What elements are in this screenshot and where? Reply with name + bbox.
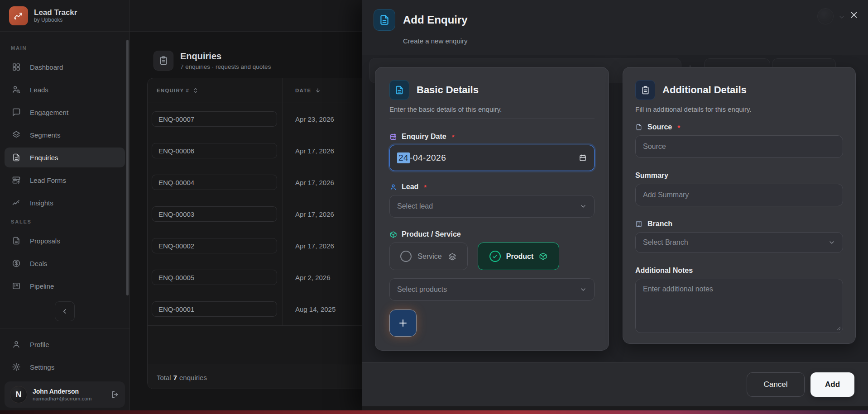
user-card[interactable]: N John Anderson narmadha+@scrrum.com: [5, 381, 125, 408]
branch-select[interactable]: Select Branch: [635, 232, 843, 253]
sidebar-nav: MAIN Dashboard Leads Engagement Segments…: [0, 32, 129, 321]
logout-icon[interactable]: [110, 390, 120, 399]
branch-select-placeholder: Select Branch: [643, 238, 688, 247]
sidebar-item-engagement[interactable]: Engagement: [5, 102, 125, 122]
sidebar-item-label: Lead Forms: [30, 176, 66, 184]
date-rest: -04-2026: [410, 153, 446, 163]
clipboard-icon: [153, 51, 173, 71]
product-toggle-button[interactable]: Product: [478, 243, 559, 270]
enquiry-date-cell: Apr 17, 2026: [283, 210, 334, 218]
sidebar-item-pipeline[interactable]: Pipeline: [5, 276, 125, 296]
additional-notes-textarea[interactable]: [635, 279, 843, 333]
enquiry-date-input[interactable]: 24-04-2026: [389, 145, 595, 171]
resize-handle-icon[interactable]: [835, 325, 841, 331]
products-select-placeholder: Select products: [397, 286, 447, 294]
document-icon: [374, 9, 395, 31]
app-byline: by Upbooks: [34, 17, 77, 23]
enquiry-date-cell: Apr 2, 2026: [283, 274, 331, 281]
modal-header: Add Enquiry Create a new enquiry: [362, 0, 868, 55]
sidebar-item-label: Pipeline: [30, 282, 54, 290]
radio-unselected-icon: [400, 251, 412, 262]
card-title: Additional Details: [662, 84, 747, 96]
column-header-enquiry[interactable]: ENQUIRY #: [148, 87, 283, 94]
lead-trackr-logo-icon: [9, 6, 28, 25]
sidebar-item-deals[interactable]: Deals: [5, 253, 125, 273]
summary-label: Summary: [635, 171, 843, 180]
check-circle-icon: [489, 251, 501, 262]
sidebar-item-leads[interactable]: Leads: [5, 80, 125, 100]
enquiry-id-pill[interactable]: ENQ-00003: [152, 206, 277, 222]
sidebar-item-insights[interactable]: Insights: [5, 193, 125, 213]
basic-details-card: Basic Details Enter the basic details of…: [375, 67, 609, 351]
enquiry-id-pill[interactable]: ENQ-00005: [152, 270, 277, 285]
modal-title: Add Enquiry: [403, 14, 468, 26]
app-logo[interactable]: Lead Trackr by Upbooks: [0, 0, 129, 32]
user-email: narmadha+@scrrum.com: [33, 396, 91, 401]
sidebar-item-segments[interactable]: Segments: [5, 125, 125, 145]
sidebar-item-settings[interactable]: Settings: [5, 357, 125, 377]
sidebar-collapse-button[interactable]: [55, 301, 75, 321]
modal-subtitle: Create a new enquiry: [403, 37, 468, 45]
summary-input[interactable]: [635, 184, 843, 206]
desktop-edge-strip: [0, 410, 868, 414]
source-input[interactable]: [635, 135, 843, 158]
profile-icon: [12, 340, 21, 349]
nav-section-sales: SALES: [5, 219, 125, 224]
avatar: N: [10, 386, 27, 403]
page-title: Enquiries: [180, 51, 271, 62]
package-icon: [389, 231, 397, 238]
sidebar-item-profile[interactable]: Profile: [5, 334, 125, 354]
enquiry-id-pill[interactable]: ENQ-00007: [152, 111, 277, 127]
modal-footer: Cancel Add: [362, 362, 868, 406]
close-icon[interactable]: [849, 10, 859, 20]
calendar-picker-icon[interactable]: [579, 154, 587, 162]
add-button[interactable]: Add: [810, 372, 854, 397]
sidebar-item-dashboard[interactable]: Dashboard: [5, 57, 125, 77]
engagement-icon: [12, 108, 21, 117]
modal-body: Find by lead or New enquiry Show filters…: [362, 55, 868, 362]
sidebar-item-label: Segments: [30, 131, 61, 139]
enquiry-id-pill[interactable]: ENQ-00001: [152, 301, 277, 317]
plus-icon: [398, 318, 408, 328]
lead-select[interactable]: Select lead: [389, 195, 595, 218]
enquiry-date-cell: Apr 23, 2026: [283, 115, 334, 123]
sidebar-item-label: Insights: [30, 199, 53, 207]
sidebar-item-label: Leads: [30, 86, 48, 94]
sidebar-item-enquiries[interactable]: Enquiries: [5, 148, 125, 167]
deals-icon: [12, 259, 21, 268]
sidebar-item-lead-forms[interactable]: Lead Forms: [5, 170, 125, 190]
document-icon: [389, 80, 409, 100]
topbar-avatar-ghost: [817, 8, 834, 24]
chevron-down-icon: [580, 203, 587, 210]
chevron-left-icon: [61, 308, 68, 315]
file-icon: [635, 124, 643, 131]
column-divider: [283, 78, 283, 326]
lead-label: Lead *: [389, 183, 595, 191]
service-toggle-button[interactable]: Service: [389, 243, 468, 270]
dashboard-icon: [12, 62, 21, 71]
column-header-date[interactable]: DATE: [283, 87, 321, 94]
sidebar-item-proposals[interactable]: Proposals: [5, 231, 125, 251]
sidebar-item-label: Proposals: [30, 237, 60, 245]
proposals-icon: [12, 236, 21, 245]
enquiry-id-pill[interactable]: ENQ-00006: [152, 143, 277, 158]
enquiry-id-pill[interactable]: ENQ-00004: [152, 175, 277, 190]
date-day-selected: 24: [397, 152, 410, 163]
basic-details-header: Basic Details: [389, 80, 595, 100]
total-count: 7: [173, 374, 177, 381]
person-icon: [389, 183, 397, 191]
products-select[interactable]: Select products: [389, 278, 595, 301]
required-asterisk: *: [424, 183, 427, 191]
layers-icon: [448, 252, 457, 261]
sidebar-item-label: Deals: [30, 260, 47, 267]
sidebar-footer: Profile Settings N John Anderson narmadh…: [5, 328, 125, 408]
sidebar-scrollbar[interactable]: [126, 40, 129, 295]
additional-details-card: Additional Details Fill in additional de…: [623, 67, 856, 344]
enquiry-id-pill[interactable]: ENQ-00002: [152, 238, 277, 253]
arrow-down-icon: [315, 87, 321, 94]
cancel-button[interactable]: Cancel: [747, 372, 805, 397]
segments-icon: [12, 130, 21, 139]
add-product-row-button[interactable]: [389, 309, 417, 337]
insights-icon: [12, 198, 21, 207]
calendar-icon: [389, 133, 397, 141]
